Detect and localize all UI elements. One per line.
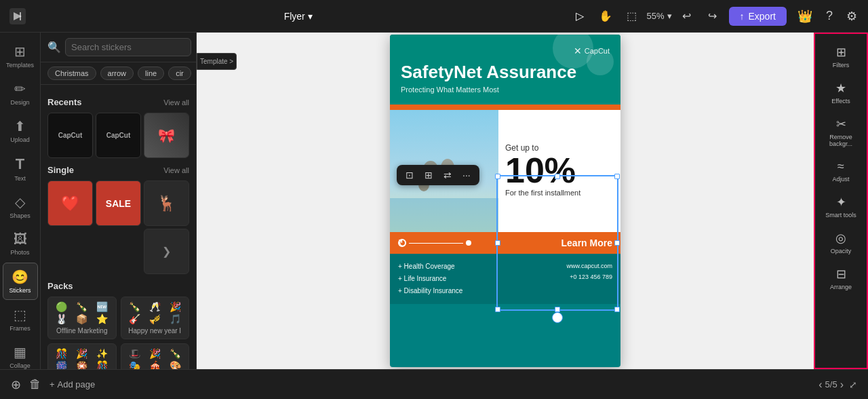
select-tool[interactable]: ▷ (569, 5, 591, 27)
crop-button[interactable]: ⊡ (402, 168, 417, 183)
pack-name: Offline Marketing (52, 327, 112, 335)
chevron-down-icon: ▾ (308, 11, 313, 22)
smart-tools-icon: ✦ (836, 195, 846, 210)
rotate-handle[interactable]: ↻ (552, 312, 563, 323)
recents-view-all[interactable]: View all (163, 98, 189, 107)
canvas-orange-bar-top (390, 104, 620, 110)
tag-christmas[interactable]: Christmas (47, 66, 96, 80)
flip-button[interactable]: ⇄ (440, 168, 455, 183)
search-bar: 🔍 (41, 33, 196, 62)
sticker-next[interactable]: ❯ (144, 229, 189, 274)
single-view-all[interactable]: View all (163, 166, 189, 174)
sticker-item[interactable]: CapCut (47, 113, 93, 158)
right-item-remove-bg[interactable]: ✂ Remove backgr... (818, 111, 864, 153)
filters-icon: ⊞ (836, 45, 846, 60)
pack-happy-new-year-3[interactable]: 🎩🎉🍾 🎭🎪🎨 Happy new year III (121, 343, 190, 369)
frame-tool[interactable]: ⬚ (620, 5, 642, 27)
add-page-button[interactable]: + Add page (50, 377, 95, 392)
sticker-heart[interactable]: ❤️ (47, 180, 93, 226)
frames-icon: ⬚ (14, 307, 26, 323)
sidebar-item-collage[interactable]: ▦ Collage (3, 339, 38, 369)
sidebar-item-templates[interactable]: ⊞ Templates (3, 38, 38, 74)
tag-line[interactable]: line (138, 66, 164, 80)
right-item-adjust[interactable]: ≈ Adjust (818, 154, 864, 188)
canvas-tools: ▷ ✋ ⬚ 55% ▾ ↩ ↪ (569, 5, 723, 27)
zoom-value: 55% (646, 11, 664, 21)
redo-button[interactable]: ↪ (702, 5, 724, 27)
replace-button[interactable]: ⊞ (421, 168, 436, 183)
effects-icon: ★ (835, 81, 846, 96)
sidebar-item-design[interactable]: ✏ Design (3, 75, 38, 111)
handle-bottom-mid[interactable] (555, 307, 560, 312)
toolbar-right: ↑ Export 👑 ? ⚙ (729, 6, 860, 26)
pack-happy-new-year-1[interactable]: 🍾🥂🎉 🎸🎺🎵 Happy new year I (121, 297, 190, 339)
sidebar-item-upload[interactable]: ⬆ Upload (3, 113, 38, 149)
prev-page-button[interactable]: ‹ (818, 379, 822, 391)
canvas-text-side: Get up to 10% For the first installment (498, 110, 620, 232)
help-button[interactable]: ? (823, 6, 835, 26)
next-page-button[interactable]: › (840, 379, 844, 391)
zoom-chevron: ▾ (667, 11, 672, 21)
tag-cir[interactable]: cir (168, 66, 191, 80)
canvas-bottom: + Health Coverage + Life Insurance + Dis… (390, 254, 620, 304)
svg-rect-2 (390, 198, 498, 232)
settings-button[interactable]: ⚙ (844, 6, 860, 26)
template-breadcrumb[interactable]: Template > (197, 53, 237, 70)
right-item-effects[interactable]: ★ Effects (818, 75, 864, 110)
handle-bottom-right[interactable] (614, 307, 620, 312)
delete-page-button[interactable]: 🗑 (29, 377, 41, 392)
sidebar-item-photos[interactable]: 🖼 Photos (3, 226, 38, 261)
fullscreen-button[interactable]: ⤢ (849, 379, 857, 390)
sticker-deer[interactable]: 🦌 (144, 180, 189, 226)
search-input[interactable] (65, 38, 191, 56)
flyer-dropdown[interactable]: Flyer ▾ (279, 8, 318, 24)
sidebar-item-stickers[interactable]: 😊 Stickers (3, 263, 38, 300)
sticker-panel: 🔍 Christmas arrow line cir Recents View … (41, 33, 197, 369)
sidebar-item-shapes[interactable]: ◇ Shapes (3, 189, 38, 225)
pack-preview: 🎩🎉🍾 🎭🎪🎨 (125, 348, 185, 369)
canvas-installment: For the first installment (505, 188, 614, 198)
design-label: Design (10, 99, 29, 106)
crown-icon-button[interactable]: 👑 (795, 6, 815, 26)
bottom-right: ‹ 5/5 › ⤢ (818, 379, 857, 391)
sticker-item[interactable]: 🎀 (144, 113, 189, 158)
right-item-arrange[interactable]: ⊟ Arrange (818, 261, 864, 296)
sidebar-nav: ⊞ Templates ✏ Design ⬆ Upload T Text ◇ S… (0, 33, 41, 369)
more-options-button[interactable]: ··· (459, 168, 474, 183)
design-canvas[interactable]: ✕ CapCut SafetyNet Assurance Protecting … (390, 35, 620, 367)
recents-header: Recents View all (47, 97, 189, 107)
export-button[interactable]: ↑ Export (729, 7, 787, 26)
pack-happy-new-year-2[interactable]: 🎊🎉✨ 🎆🎇🎊 Happy new year II (47, 343, 117, 369)
text-label: Text (14, 175, 26, 182)
templates-label: Templates (6, 62, 34, 69)
sticker-sale[interactable]: SALE (96, 180, 141, 226)
undo-button[interactable]: ↩ (676, 5, 698, 27)
bottom-bar: ⊕ 🗑 + Add page ‹ 5/5 › ⤢ (0, 369, 868, 399)
brand-logo[interactable] (8, 7, 27, 26)
right-item-opacity[interactable]: ◎ Opacity (818, 225, 864, 260)
frames-label: Frames (9, 325, 31, 332)
right-item-smart-tools[interactable]: ✦ Smart tools (818, 189, 864, 224)
canvas-percent: 10% (505, 153, 614, 188)
canvas-orange-bar-bottom: ↻ Learn More (390, 232, 620, 254)
upload-icon: ⬆ (14, 118, 26, 134)
sidebar-item-text[interactable]: T Text (3, 150, 38, 187)
add-page-icon: + (50, 379, 55, 390)
packs-header: Packs (47, 281, 189, 291)
hand-tool[interactable]: ✋ (595, 5, 616, 27)
contact-info: www.capcut.com +0 123 456 789 (566, 261, 612, 282)
copy-page-button[interactable]: ⊕ (11, 377, 21, 392)
shapes-icon: ◇ (15, 194, 25, 210)
coverage-item-2: + Life Insurance (398, 273, 462, 285)
sidebar-item-frames[interactable]: ⬚ Frames (3, 301, 38, 337)
right-item-filters[interactable]: ⊞ Filters (818, 39, 864, 74)
sticker-item[interactable]: CapCut (96, 113, 141, 158)
toolbar-left (8, 7, 27, 26)
zoom-control[interactable]: 55% ▾ (646, 11, 671, 21)
photos-icon: 🖼 (14, 231, 27, 247)
pack-offline-marketing[interactable]: 🟢🍾🆕 🐰📦⭐ Offline Marketing (47, 297, 117, 339)
handle-bottom-left[interactable] (495, 307, 500, 312)
tag-arrow[interactable]: arrow (100, 66, 134, 80)
page-nav: ‹ 5/5 › (818, 379, 844, 391)
templates-icon: ⊞ (14, 43, 26, 60)
